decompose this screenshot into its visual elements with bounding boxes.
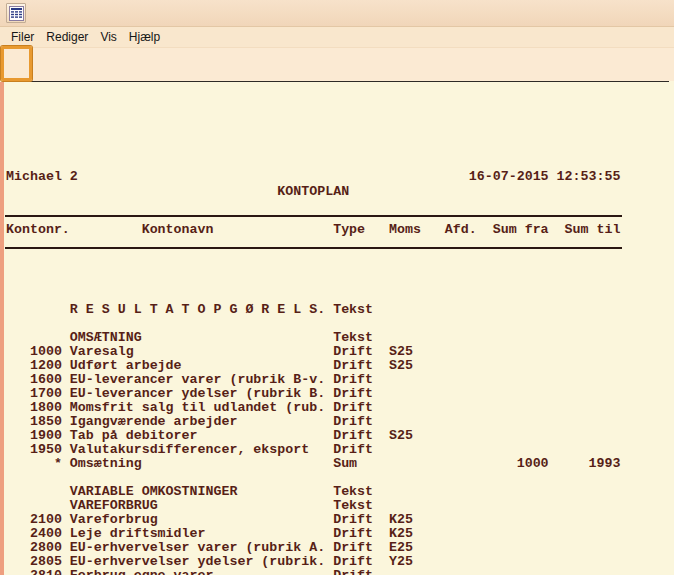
- table-rule-top: [5, 215, 622, 217]
- title-bar: [0, 0, 674, 27]
- column-header-line: Kontonr. Kontonavn Type Moms Afd. Sum fr…: [6, 223, 620, 237]
- report-header-line: Michael 2 16-07-2015 12:53:55: [6, 170, 620, 184]
- menu-item-vis[interactable]: Vis: [99, 29, 117, 45]
- app-menu-button[interactable]: [6, 3, 26, 23]
- table-icon: [9, 6, 24, 21]
- menu-item-rediger[interactable]: Rediger: [45, 29, 89, 45]
- report-view: Michael 2 16-07-2015 12:53:55 KONTOPLAN …: [0, 82, 674, 575]
- menu-bar: Filer Rediger Vis Hjælp: [0, 27, 674, 48]
- report-title-line: KONTOPLAN: [6, 185, 349, 199]
- highlight-annotation: [1, 46, 32, 81]
- table-rule-bottom: [5, 247, 622, 249]
- menu-item-filer[interactable]: Filer: [10, 29, 35, 45]
- menu-item-hjaelp[interactable]: Hjælp: [128, 29, 161, 45]
- app-window: { "window": { "app_icon": "table-icon" }…: [0, 0, 674, 575]
- report-body: R E S U L T A T O P G Ø R E L S. Tekst O…: [6, 303, 620, 575]
- toolbar: [0, 48, 674, 81]
- left-edge-strip: [0, 82, 4, 575]
